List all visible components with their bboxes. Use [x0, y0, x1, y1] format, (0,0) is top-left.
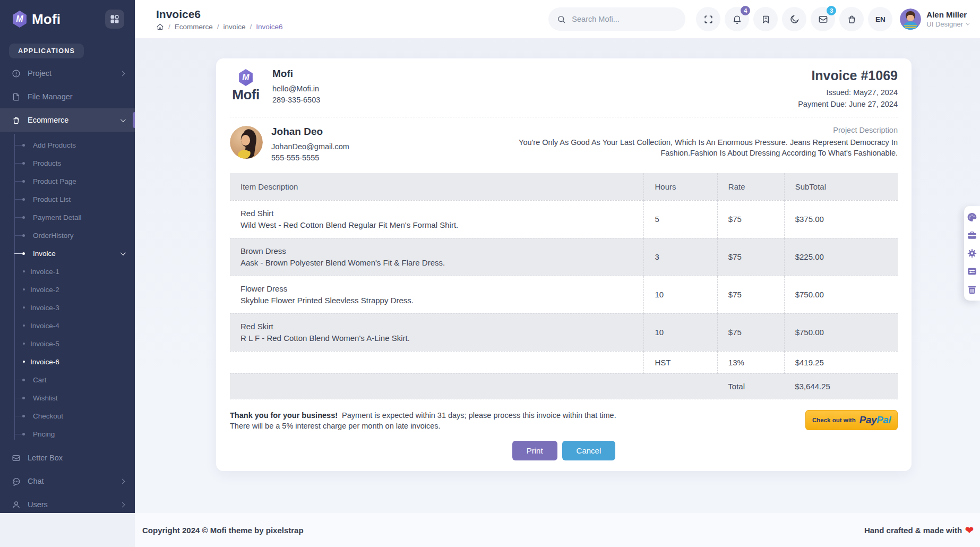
sidebar-subitem-label: Wishlist: [33, 394, 58, 402]
page-footer: Copyright 2024 © Mofi theme by pixelstra…: [135, 513, 980, 547]
sidebar-subitem-label: Invoice-6: [30, 358, 59, 366]
tax-rate: 13%: [717, 351, 784, 373]
sidebar-subitem-label: Products: [33, 159, 61, 167]
user-role-label: UI Designer: [926, 20, 963, 28]
invoice-due: Payment Due: June 27, 2024: [798, 99, 898, 110]
paypal-checkout-button[interactable]: Check out with PayPal: [805, 410, 898, 430]
fullscreen-button[interactable]: [696, 7, 720, 31]
user-icon: [12, 500, 21, 509]
made-with-label: Hand crafted & made with: [864, 526, 962, 535]
home-icon[interactable]: [156, 23, 164, 31]
sidebar-item-invoice[interactable]: Invoice: [0, 244, 135, 262]
sliders-icon[interactable]: [967, 266, 977, 277]
made-with-text: Hand crafted & made with ❤: [864, 525, 974, 535]
sidebar-item-users[interactable]: Users: [0, 493, 135, 513]
sidebar-item-project[interactable]: Project: [0, 62, 135, 85]
sidebar-item-invoice-1[interactable]: Invoice-1: [0, 262, 135, 280]
sidebar-item-label: Ecommerce: [28, 116, 68, 124]
tax-row: HST 13% $419.25: [230, 351, 898, 373]
item-hours: 10: [644, 313, 717, 351]
sidebar-item-cart[interactable]: Cart: [0, 371, 135, 389]
search-input[interactable]: [571, 14, 677, 24]
trash-icon[interactable]: [967, 284, 977, 295]
item-hours: 5: [644, 200, 717, 238]
customer-section: Johan Deo JohanDeo@gmail.com 555-555-555…: [230, 117, 898, 173]
sidebar-item-label: Chat: [28, 477, 44, 485]
language-button[interactable]: EN: [868, 7, 892, 31]
notification-badge: 4: [741, 6, 750, 15]
sidebar-item-invoice-3[interactable]: Invoice-3: [0, 298, 135, 317]
sidebar-item-ecommerce[interactable]: Ecommerce: [0, 108, 135, 132]
sidebar-toggle-button[interactable]: [105, 10, 124, 29]
mofi-logo-text: Mofi: [32, 11, 61, 28]
sidebar-subitem-label: Invoice-2: [30, 286, 59, 294]
cancel-button[interactable]: Cancel: [562, 441, 616, 460]
sidebar-item-invoice-5[interactable]: Invoice-5: [0, 335, 135, 353]
sidebar-item-payment-detail[interactable]: Payment Detail: [0, 208, 135, 226]
user-menu[interactable]: Alen Miller UI Designer: [900, 8, 968, 30]
sidebar-item-orderhistory[interactable]: OrderHistory: [0, 226, 135, 244]
sidebar-item-wishlist[interactable]: Wishlist: [0, 389, 135, 407]
sidebar-item-invoice-6[interactable]: Invoice-6: [0, 353, 135, 371]
sidebar-item-pricing[interactable]: Pricing: [0, 425, 135, 443]
item-subtotal: $225.00: [784, 238, 898, 276]
search-bar: [548, 7, 685, 31]
sidebar-item-letter-box[interactable]: Letter Box: [0, 446, 135, 469]
user-text: Alen Miller UI Designer: [926, 10, 968, 28]
sidebar-item-invoice-4[interactable]: Invoice-4: [0, 317, 135, 335]
breadcrumb-ecommerce[interactable]: Ecommerce: [164, 23, 213, 31]
file-icon: [12, 92, 21, 101]
bookmark-button[interactable]: [753, 7, 778, 31]
title-block: Invoice6 Ecommerce invoice Invoice6: [156, 8, 283, 31]
paypal-prefix: Check out with: [812, 417, 856, 423]
company-logo: M Mofi: [230, 68, 262, 101]
item-hours: 3: [644, 238, 717, 276]
item-cell: Red ShirtWild West - Red Cotton Blend Re…: [230, 200, 644, 238]
invoice-number: Invoice #1069: [798, 68, 898, 83]
table-row: Red SkirtR L F - Red Cotton Blend Women'…: [230, 313, 898, 351]
search-icon: [557, 15, 566, 24]
dark-mode-button[interactable]: [782, 7, 806, 31]
under-sidebar-area: [0, 513, 135, 547]
sidebar-item-invoice-2[interactable]: Invoice-2: [0, 280, 135, 298]
company-info: Mofi hello@Mofi.in 289-335-6503: [272, 68, 320, 106]
grid-icon: [110, 14, 119, 24]
sidebar-item-add-products[interactable]: Add Products: [0, 136, 135, 154]
sidebar-item-product-page[interactable]: Product Page: [0, 172, 135, 190]
sidebar-subitem-label: Add Products: [33, 141, 76, 149]
sidebar-item-product-list[interactable]: Product List: [0, 190, 135, 208]
sidebar-subitem-label: Cart: [33, 376, 47, 384]
bookmark-icon: [761, 14, 771, 24]
paypal-logo: PayPal: [859, 414, 891, 426]
table-header-row: Item Description Hours Rate SubTotal: [230, 173, 898, 201]
sidebar-item-products[interactable]: Products: [0, 154, 135, 172]
sidebar-item-file-manager[interactable]: File Manager: [0, 85, 135, 108]
item-subtotal: $750.00: [784, 276, 898, 313]
company-email: hello@Mofi.in: [272, 83, 320, 95]
sidebar-subitem-label: Product List: [33, 195, 71, 203]
item-subtotal: $375.00: [784, 200, 898, 238]
message-badge: 3: [827, 6, 836, 15]
breadcrumb-invoice[interactable]: invoice: [213, 23, 246, 31]
cart-button[interactable]: [839, 7, 864, 31]
shopping-bag-icon: [12, 116, 21, 125]
chat-bubble-icon: [12, 477, 21, 486]
col-subtotal: SubTotal: [784, 173, 898, 201]
col-hours: Hours: [644, 173, 717, 201]
sidebar-subitem-label: Payment Detail: [33, 213, 82, 221]
sidebar-item-chat[interactable]: Chat: [0, 469, 135, 493]
gear-icon[interactable]: [967, 248, 977, 259]
sidebar-item-checkout[interactable]: Checkout: [0, 407, 135, 425]
sidebar-subitem-label: Checkout: [33, 412, 63, 420]
thank-you-notes: Thank you for your business! Payment is …: [230, 410, 616, 432]
messages-button[interactable]: 3: [811, 7, 835, 31]
print-button[interactable]: Print: [512, 441, 557, 460]
briefcase-icon[interactable]: [967, 230, 977, 241]
chevron-down-icon: [966, 22, 969, 25]
notifications-button[interactable]: 4: [725, 7, 749, 31]
total-row: Total $3,644.25: [230, 373, 898, 399]
chevron-down-icon: [121, 250, 126, 255]
empty-cell: [230, 351, 644, 373]
palette-icon[interactable]: [967, 212, 977, 223]
ecommerce-submenu: Add Products Products Product Page Produ…: [0, 132, 135, 446]
